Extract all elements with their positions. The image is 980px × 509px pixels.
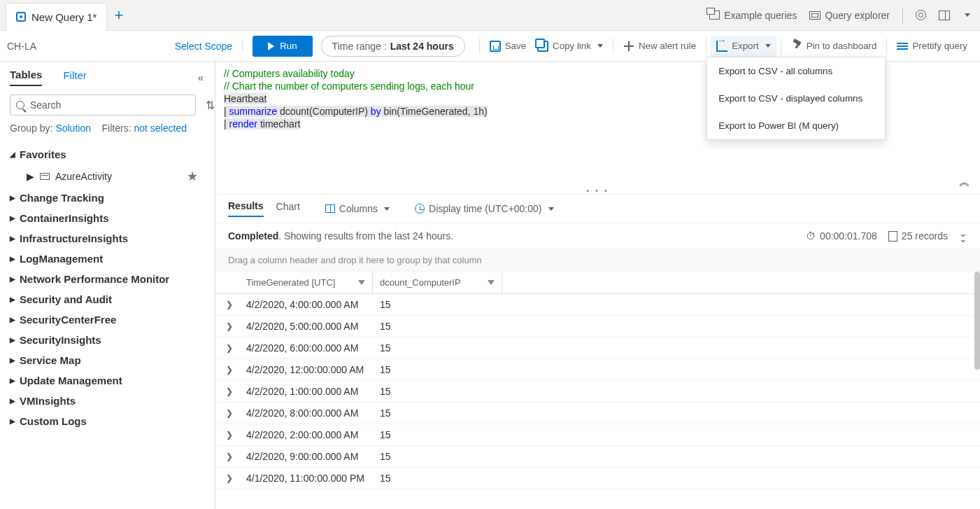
sidebar-category[interactable]: ▶SecurityInsights	[10, 330, 215, 350]
cell-dcount: 15	[373, 359, 502, 380]
sidebar-category[interactable]: ▶LogManagement	[10, 249, 215, 269]
sidebar-search-box[interactable]	[10, 95, 196, 116]
copy-link-button[interactable]: Copy link	[532, 36, 609, 57]
save-button[interactable]: Save	[484, 36, 532, 57]
records-icon	[888, 231, 897, 242]
cell-dcount: 15	[373, 337, 502, 358]
expand-row-icon[interactable]: ❯	[215, 386, 243, 396]
example-queries-button[interactable]: Example queries	[709, 10, 797, 21]
expand-row-icon[interactable]: ❯	[215, 452, 243, 461]
table-row[interactable]: ❯4/2/2020, 6:00:00.000 AM15	[215, 337, 980, 359]
sidebar-category[interactable]: ▶Network Performance Monitor	[10, 269, 215, 289]
star-icon[interactable]: ★	[187, 169, 198, 184]
prettify-button[interactable]: Prettify query	[891, 36, 973, 57]
table-row[interactable]: ❯4/2/2020, 1:00:00.000 AM15	[215, 381, 980, 403]
tab-results[interactable]: Results	[228, 200, 264, 217]
sidebar-tabs: Tables Filter «	[10, 69, 215, 86]
group-hint[interactable]: Drag a column header and drop it here to…	[215, 249, 980, 272]
column-header-dcount[interactable]: dcount_ComputerIP	[373, 272, 502, 293]
expand-row-icon[interactable]: ❯	[215, 408, 243, 418]
filter-icon[interactable]	[488, 280, 495, 285]
table-row[interactable]: ❯4/2/2020, 8:00:00.000 AM15	[215, 403, 980, 424]
query-explorer-button[interactable]: Query explorer	[809, 10, 890, 21]
copy-link-label: Copy link	[553, 41, 591, 51]
sidebar-category[interactable]: ▶VMInsights	[10, 391, 215, 411]
columns-button[interactable]: Columns	[325, 203, 390, 214]
query-text: timechart	[257, 118, 300, 130]
select-scope-button[interactable]: Select Scope	[175, 41, 243, 52]
sidebar-category[interactable]: ▶Update Management	[10, 370, 215, 391]
status-text: . Showing results from the last 24 hours…	[278, 230, 453, 242]
table-row[interactable]: ❯4/2/2020, 2:00:00.000 AM15	[215, 424, 980, 446]
expand-results-icon[interactable]: ⌄⌄	[959, 230, 967, 242]
sidebar-category-label: LogManagement	[20, 253, 103, 265]
expand-row-icon[interactable]: ❯	[215, 430, 243, 440]
table-row[interactable]: ❯4/2/2020, 5:00:00.000 AM15	[215, 316, 980, 337]
cell-dcount: 15	[373, 294, 502, 315]
sidebar-category[interactable]: ▶SecurityCenterFree	[10, 309, 215, 330]
sidebar-category[interactable]: ▶Service Map	[10, 350, 215, 370]
display-time-button[interactable]: Display time (UTC+00:00)	[415, 203, 553, 214]
column-header-timegenerated[interactable]: TimeGenerated [UTC]	[243, 272, 373, 293]
export-power-bi-item[interactable]: Export to Power BI (M query)	[707, 112, 885, 139]
expand-row-icon[interactable]: ❯	[215, 365, 243, 375]
plus-icon	[623, 41, 634, 52]
query-tab-icon	[16, 12, 26, 22]
expand-collapse-icon[interactable]: ⇅	[206, 99, 215, 112]
filters-value[interactable]: not selected	[134, 123, 187, 134]
tab-filter[interactable]: Filter	[63, 69, 86, 85]
settings-gear-icon[interactable]	[916, 10, 926, 20]
export-csv-displayed-item[interactable]: Export to CSV - displayed columns	[707, 85, 885, 112]
favorite-item[interactable]: ▶ AzureActivity ★	[10, 165, 215, 188]
sidebar-category[interactable]: ▶Custom Logs	[10, 411, 215, 431]
vertical-scrollbar[interactable]	[974, 272, 980, 370]
top-tab-bar: New Query 1* + Example queries Query exp…	[0, 0, 980, 31]
table-row[interactable]: ❯4/2/2020, 4:00:00.000 AM15	[215, 294, 980, 316]
favorites-category[interactable]: ◢ Favorites	[10, 144, 215, 165]
export-csv-all-item[interactable]: Export to CSV - all columns	[707, 57, 885, 85]
cell-timegenerated: 4/2/2020, 9:00:00.000 AM	[243, 446, 373, 467]
new-tab-button[interactable]: +	[114, 6, 123, 25]
time-range-picker[interactable]: Time range : Last 24 hours	[321, 36, 465, 57]
new-alert-rule-button[interactable]: New alert rule	[618, 36, 702, 57]
table-row[interactable]: ❯4/2/2020, 12:00:00.000 AM15	[215, 359, 980, 381]
filter-icon[interactable]	[358, 280, 365, 285]
cell-dcount: 15	[373, 403, 502, 424]
drag-handle-icon[interactable]: • • •	[586, 184, 609, 197]
caret-right-icon: ▶	[10, 214, 15, 222]
table-row[interactable]: ❯4/2/2020, 9:00:00.000 AM15	[215, 446, 980, 468]
query-tab[interactable]: New Query 1*	[6, 3, 107, 31]
duration-value: 00:00:01.708	[820, 230, 877, 242]
export-button[interactable]: Export Export to CSV - all columns Expor…	[711, 36, 776, 57]
pin-dashboard-button[interactable]: Pin to dashboard	[786, 36, 883, 57]
sidebar-category[interactable]: ▶Security and Audit	[10, 289, 215, 309]
status-completed: Completed	[228, 230, 278, 242]
tab-tables[interactable]: Tables	[10, 69, 42, 86]
cell-dcount: 15	[373, 424, 502, 445]
sidebar-search-input[interactable]	[29, 99, 190, 111]
cell-dcount: 15	[373, 316, 502, 337]
collapse-sidebar-button[interactable]: «	[198, 71, 204, 83]
sidebar-category-label: Custom Logs	[20, 415, 87, 427]
table-row[interactable]: ❯4/1/2020, 11:00:00.000 PM15	[215, 468, 980, 489]
expand-row-icon[interactable]: ❯	[215, 321, 243, 331]
panel-toggle-icon[interactable]	[939, 11, 950, 20]
expand-row-icon[interactable]: ❯	[215, 473, 243, 483]
filters-label: Filters:	[102, 123, 134, 134]
tab-chart[interactable]: Chart	[276, 201, 300, 216]
run-button[interactable]: Run	[253, 36, 312, 57]
caret-right-icon: ▶	[10, 377, 15, 384]
sidebar-category-label: Security and Audit	[20, 293, 112, 305]
caret-right-icon: ▶	[10, 255, 15, 263]
cell-timegenerated: 4/2/2020, 8:00:00.000 AM	[243, 403, 373, 424]
collapse-editor-icon[interactable]: ︽	[959, 176, 970, 188]
groupby-value[interactable]: Solution	[55, 123, 91, 134]
topbar-right: Example queries Query explorer	[709, 8, 980, 23]
sidebar-category[interactable]: ▶ContainerInsights	[10, 208, 215, 228]
expand-row-icon[interactable]: ❯	[215, 300, 243, 309]
expand-row-icon[interactable]: ❯	[215, 343, 243, 353]
more-chevron-icon[interactable]	[965, 13, 970, 17]
sidebar-category-label: Network Performance Monitor	[20, 273, 169, 285]
sidebar-category[interactable]: ▶Change Tracking	[10, 188, 215, 208]
sidebar-category[interactable]: ▶InfrastructureInsights	[10, 228, 215, 249]
